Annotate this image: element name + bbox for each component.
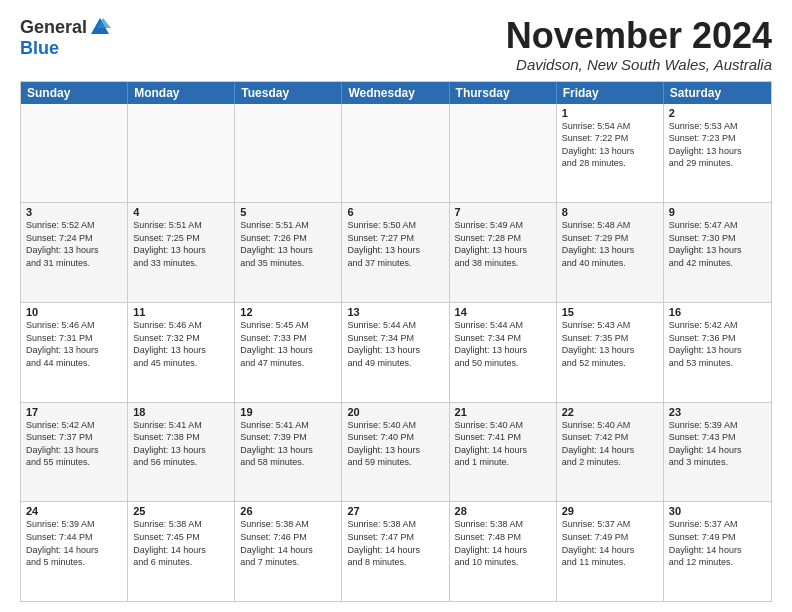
day-cell: 11Sunrise: 5:46 AM Sunset: 7:32 PM Dayli… xyxy=(128,303,235,402)
week-row: 17Sunrise: 5:42 AM Sunset: 7:37 PM Dayli… xyxy=(21,402,771,502)
day-number: 19 xyxy=(240,406,336,418)
day-number: 28 xyxy=(455,505,551,517)
day-cell: 14Sunrise: 5:44 AM Sunset: 7:34 PM Dayli… xyxy=(450,303,557,402)
day-info: Sunrise: 5:47 AM Sunset: 7:30 PM Dayligh… xyxy=(669,219,766,269)
day-header-monday: Monday xyxy=(128,82,235,104)
day-cell xyxy=(128,104,235,203)
day-info: Sunrise: 5:41 AM Sunset: 7:38 PM Dayligh… xyxy=(133,419,229,469)
day-info: Sunrise: 5:38 AM Sunset: 7:45 PM Dayligh… xyxy=(133,518,229,568)
day-cell: 26Sunrise: 5:38 AM Sunset: 7:46 PM Dayli… xyxy=(235,502,342,601)
day-info: Sunrise: 5:49 AM Sunset: 7:28 PM Dayligh… xyxy=(455,219,551,269)
week-row: 1Sunrise: 5:54 AM Sunset: 7:22 PM Daylig… xyxy=(21,104,771,203)
day-number: 13 xyxy=(347,306,443,318)
day-number: 10 xyxy=(26,306,122,318)
day-info: Sunrise: 5:48 AM Sunset: 7:29 PM Dayligh… xyxy=(562,219,658,269)
day-cell: 24Sunrise: 5:39 AM Sunset: 7:44 PM Dayli… xyxy=(21,502,128,601)
day-cell: 18Sunrise: 5:41 AM Sunset: 7:38 PM Dayli… xyxy=(128,403,235,502)
day-info: Sunrise: 5:41 AM Sunset: 7:39 PM Dayligh… xyxy=(240,419,336,469)
day-info: Sunrise: 5:44 AM Sunset: 7:34 PM Dayligh… xyxy=(455,319,551,369)
day-cell: 15Sunrise: 5:43 AM Sunset: 7:35 PM Dayli… xyxy=(557,303,664,402)
day-info: Sunrise: 5:37 AM Sunset: 7:49 PM Dayligh… xyxy=(562,518,658,568)
day-number: 3 xyxy=(26,206,122,218)
day-info: Sunrise: 5:40 AM Sunset: 7:40 PM Dayligh… xyxy=(347,419,443,469)
weeks: 1Sunrise: 5:54 AM Sunset: 7:22 PM Daylig… xyxy=(21,104,771,601)
day-info: Sunrise: 5:37 AM Sunset: 7:49 PM Dayligh… xyxy=(669,518,766,568)
day-cell: 9Sunrise: 5:47 AM Sunset: 7:30 PM Daylig… xyxy=(664,203,771,302)
day-info: Sunrise: 5:51 AM Sunset: 7:26 PM Dayligh… xyxy=(240,219,336,269)
logo-icon xyxy=(89,16,111,38)
day-number: 12 xyxy=(240,306,336,318)
day-cell xyxy=(235,104,342,203)
day-cell: 13Sunrise: 5:44 AM Sunset: 7:34 PM Dayli… xyxy=(342,303,449,402)
day-number: 15 xyxy=(562,306,658,318)
day-cell: 19Sunrise: 5:41 AM Sunset: 7:39 PM Dayli… xyxy=(235,403,342,502)
week-row: 3Sunrise: 5:52 AM Sunset: 7:24 PM Daylig… xyxy=(21,202,771,302)
day-header-friday: Friday xyxy=(557,82,664,104)
day-info: Sunrise: 5:39 AM Sunset: 7:44 PM Dayligh… xyxy=(26,518,122,568)
day-cell: 7Sunrise: 5:49 AM Sunset: 7:28 PM Daylig… xyxy=(450,203,557,302)
day-info: Sunrise: 5:46 AM Sunset: 7:32 PM Dayligh… xyxy=(133,319,229,369)
day-header-thursday: Thursday xyxy=(450,82,557,104)
day-cell xyxy=(342,104,449,203)
day-cell: 16Sunrise: 5:42 AM Sunset: 7:36 PM Dayli… xyxy=(664,303,771,402)
day-info: Sunrise: 5:54 AM Sunset: 7:22 PM Dayligh… xyxy=(562,120,658,170)
day-number: 27 xyxy=(347,505,443,517)
day-info: Sunrise: 5:42 AM Sunset: 7:36 PM Dayligh… xyxy=(669,319,766,369)
day-number: 16 xyxy=(669,306,766,318)
day-number: 7 xyxy=(455,206,551,218)
day-cell: 27Sunrise: 5:38 AM Sunset: 7:47 PM Dayli… xyxy=(342,502,449,601)
day-headers: SundayMondayTuesdayWednesdayThursdayFrid… xyxy=(21,82,771,104)
day-info: Sunrise: 5:40 AM Sunset: 7:41 PM Dayligh… xyxy=(455,419,551,469)
logo: General Blue xyxy=(20,16,111,59)
day-info: Sunrise: 5:52 AM Sunset: 7:24 PM Dayligh… xyxy=(26,219,122,269)
day-info: Sunrise: 5:38 AM Sunset: 7:47 PM Dayligh… xyxy=(347,518,443,568)
day-cell: 6Sunrise: 5:50 AM Sunset: 7:27 PM Daylig… xyxy=(342,203,449,302)
day-cell: 17Sunrise: 5:42 AM Sunset: 7:37 PM Dayli… xyxy=(21,403,128,502)
day-cell: 8Sunrise: 5:48 AM Sunset: 7:29 PM Daylig… xyxy=(557,203,664,302)
day-cell: 30Sunrise: 5:37 AM Sunset: 7:49 PM Dayli… xyxy=(664,502,771,601)
day-header-sunday: Sunday xyxy=(21,82,128,104)
day-number: 2 xyxy=(669,107,766,119)
day-header-tuesday: Tuesday xyxy=(235,82,342,104)
day-number: 20 xyxy=(347,406,443,418)
day-cell: 10Sunrise: 5:46 AM Sunset: 7:31 PM Dayli… xyxy=(21,303,128,402)
day-info: Sunrise: 5:44 AM Sunset: 7:34 PM Dayligh… xyxy=(347,319,443,369)
logo-blue: Blue xyxy=(20,38,59,59)
day-number: 29 xyxy=(562,505,658,517)
day-info: Sunrise: 5:39 AM Sunset: 7:43 PM Dayligh… xyxy=(669,419,766,469)
day-number: 26 xyxy=(240,505,336,517)
day-number: 21 xyxy=(455,406,551,418)
day-info: Sunrise: 5:38 AM Sunset: 7:46 PM Dayligh… xyxy=(240,518,336,568)
day-number: 18 xyxy=(133,406,229,418)
day-info: Sunrise: 5:40 AM Sunset: 7:42 PM Dayligh… xyxy=(562,419,658,469)
day-number: 4 xyxy=(133,206,229,218)
day-cell: 12Sunrise: 5:45 AM Sunset: 7:33 PM Dayli… xyxy=(235,303,342,402)
day-cell: 3Sunrise: 5:52 AM Sunset: 7:24 PM Daylig… xyxy=(21,203,128,302)
day-info: Sunrise: 5:46 AM Sunset: 7:31 PM Dayligh… xyxy=(26,319,122,369)
day-cell: 29Sunrise: 5:37 AM Sunset: 7:49 PM Dayli… xyxy=(557,502,664,601)
day-info: Sunrise: 5:51 AM Sunset: 7:25 PM Dayligh… xyxy=(133,219,229,269)
day-number: 6 xyxy=(347,206,443,218)
day-header-saturday: Saturday xyxy=(664,82,771,104)
month-title: November 2024 xyxy=(506,16,772,56)
day-cell: 21Sunrise: 5:40 AM Sunset: 7:41 PM Dayli… xyxy=(450,403,557,502)
day-cell: 23Sunrise: 5:39 AM Sunset: 7:43 PM Dayli… xyxy=(664,403,771,502)
day-number: 22 xyxy=(562,406,658,418)
day-cell: 2Sunrise: 5:53 AM Sunset: 7:23 PM Daylig… xyxy=(664,104,771,203)
calendar-page: General Blue November 2024 Davidson, New… xyxy=(0,0,792,612)
day-info: Sunrise: 5:50 AM Sunset: 7:27 PM Dayligh… xyxy=(347,219,443,269)
day-number: 17 xyxy=(26,406,122,418)
day-number: 9 xyxy=(669,206,766,218)
day-info: Sunrise: 5:53 AM Sunset: 7:23 PM Dayligh… xyxy=(669,120,766,170)
day-cell: 22Sunrise: 5:40 AM Sunset: 7:42 PM Dayli… xyxy=(557,403,664,502)
day-info: Sunrise: 5:38 AM Sunset: 7:48 PM Dayligh… xyxy=(455,518,551,568)
day-number: 5 xyxy=(240,206,336,218)
day-cell: 1Sunrise: 5:54 AM Sunset: 7:22 PM Daylig… xyxy=(557,104,664,203)
header: General Blue November 2024 Davidson, New… xyxy=(20,16,772,73)
day-number: 14 xyxy=(455,306,551,318)
day-header-wednesday: Wednesday xyxy=(342,82,449,104)
logo-general: General xyxy=(20,17,87,38)
day-cell xyxy=(450,104,557,203)
day-number: 1 xyxy=(562,107,658,119)
day-cell: 20Sunrise: 5:40 AM Sunset: 7:40 PM Dayli… xyxy=(342,403,449,502)
